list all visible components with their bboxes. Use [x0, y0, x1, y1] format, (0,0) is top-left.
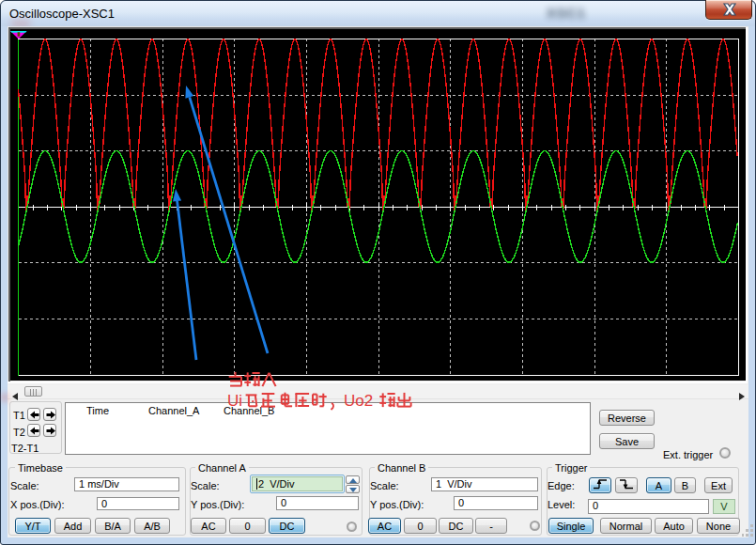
svg-text:Uo2: Uo2 [344, 392, 373, 410]
svg-text:Ui: Ui [227, 392, 242, 410]
